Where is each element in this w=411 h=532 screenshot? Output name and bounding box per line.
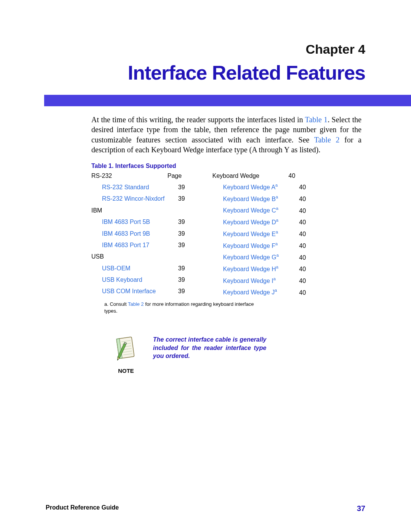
page: Chapter 4 Interface Related Features At … xyxy=(0,0,411,532)
table-row: Keyboard Wedge Ga 40 xyxy=(212,252,318,264)
table-row: Keyboard Wedge Aa 40 xyxy=(212,182,318,193)
page-number: 40 xyxy=(299,205,318,217)
table-row: IBM 4683 Port 17 39 xyxy=(91,240,197,251)
note-icon xyxy=(114,335,138,363)
table-row: RS-232 Wincor-Nixdorf 39 xyxy=(91,193,197,204)
page-number: 39 xyxy=(178,263,197,274)
link-kw-b[interactable]: Keyboard Wedge Ba xyxy=(212,193,299,205)
link-ibm-5b[interactable]: IBM 4683 Port 5B xyxy=(91,216,178,228)
page-number: 39 xyxy=(178,193,197,204)
link-kw-a[interactable]: Keyboard Wedge Aa xyxy=(212,182,299,193)
table-row: Keyboard Wedge Ea 40 xyxy=(212,228,318,240)
page-number: 40 xyxy=(288,170,307,182)
page-footer: Product Reference Guide 37 xyxy=(46,504,365,513)
note-text: The correct interface cable is generally… xyxy=(153,335,266,360)
link-kw-e[interactable]: Keyboard Wedge Ea xyxy=(212,228,299,240)
header-rule xyxy=(42,95,411,106)
table-row: Keyboard Wedge Ha 40 xyxy=(212,264,318,275)
link-kw-j[interactable]: Keyboard Wedge Ja xyxy=(212,287,299,299)
page-number: 40 xyxy=(299,217,318,228)
svg-marker-9 xyxy=(116,357,120,361)
table-left-column: RS-232 Page RS-232 Standard 39 RS-232 Wi… xyxy=(91,170,197,299)
column-header-page: Page xyxy=(167,170,186,182)
table-row: Keyboard Wedge 40 xyxy=(212,170,318,182)
table-right-column: Keyboard Wedge 40 Keyboard Wedge Aa 40 K… xyxy=(212,170,318,299)
page-number: 40 xyxy=(299,228,318,240)
link-rs232-wincor[interactable]: RS-232 Wincor-Nixdorf xyxy=(91,193,178,204)
footer-page-number: 37 xyxy=(357,504,365,513)
note-label: NOTE xyxy=(114,367,138,374)
link-kw-h[interactable]: Keyboard Wedge Ha xyxy=(212,264,299,275)
link-kw-g[interactable]: Keyboard Wedge Ga xyxy=(212,252,299,264)
intro-text: At the time of this writing, the reader … xyxy=(91,115,305,124)
link-kw-f[interactable]: Keyboard Wedge Fa xyxy=(212,240,299,252)
table-row: Keyboard Wedge Ia 40 xyxy=(212,275,318,287)
page-number: 40 xyxy=(299,275,318,287)
table-row: IBM xyxy=(91,205,197,216)
chapter-label: Chapter 4 xyxy=(46,42,365,57)
table-row: Keyboard Wedge Da 40 xyxy=(212,217,318,228)
intro-paragraph: At the time of this writing, the reader … xyxy=(46,115,365,155)
page-number: 40 xyxy=(299,264,318,275)
link-ibm-9b[interactable]: IBM 4683 Port 9B xyxy=(91,228,178,240)
link-table-1[interactable]: Table 1 xyxy=(305,115,328,124)
page-number: 39 xyxy=(178,240,197,251)
link-usb-oem[interactable]: USB-OEM xyxy=(91,263,178,274)
page-number: 40 xyxy=(299,182,318,193)
table-row: USB Keyboard 39 xyxy=(91,274,197,286)
table-row: RS-232 Standard 39 xyxy=(91,182,197,193)
page-number: 39 xyxy=(178,216,197,228)
table-row: Keyboard Wedge Fa 40 xyxy=(212,240,318,252)
table-row: USB xyxy=(91,251,197,262)
link-table-2-footnote[interactable]: Table 2 xyxy=(128,301,144,307)
link-kw-i[interactable]: Keyboard Wedge Ia xyxy=(212,275,299,287)
page-number: 40 xyxy=(299,287,318,299)
chapter-title: Interface Related Features xyxy=(46,61,365,84)
link-usb-keyboard[interactable]: USB Keyboard xyxy=(91,274,178,286)
table-row: USB COM Interface 39 xyxy=(91,286,197,297)
link-table-2[interactable]: Table 2 xyxy=(314,136,339,144)
link-usb-com[interactable]: USB COM Interface xyxy=(91,286,178,297)
page-number: 39 xyxy=(178,274,197,286)
page-number: 40 xyxy=(299,193,318,205)
table-row: RS-232 Page xyxy=(91,170,197,182)
group-keyboard-wedge: Keyboard Wedge xyxy=(212,170,288,182)
table-row: Keyboard Wedge Ba 40 xyxy=(212,193,318,205)
table-caption: Table 1. Interfaces Supported xyxy=(46,163,365,169)
table-footnote: a. Consult Table 2 for more information … xyxy=(46,301,365,314)
group-ibm[interactable]: IBM xyxy=(91,205,167,216)
interfaces-table: RS-232 Page RS-232 Standard 39 RS-232 Wi… xyxy=(46,170,365,299)
table-row: IBM 4683 Port 5B 39 xyxy=(91,216,197,228)
page-number: 40 xyxy=(299,240,318,252)
page-number: 39 xyxy=(178,182,197,193)
link-kw-d[interactable]: Keyboard Wedge Da xyxy=(212,217,299,228)
page-number: 39 xyxy=(178,286,197,297)
note-icon-wrap: NOTE xyxy=(114,335,138,374)
page-number: 39 xyxy=(178,228,197,240)
table-row: USB-OEM 39 xyxy=(91,263,197,274)
footer-doc-title: Product Reference Guide xyxy=(46,504,119,513)
table-row: Keyboard Wedge Ca 40 xyxy=(212,205,318,217)
group-usb[interactable]: USB xyxy=(91,251,167,262)
link-ibm-17[interactable]: IBM 4683 Port 17 xyxy=(91,240,178,251)
link-kw-c[interactable]: Keyboard Wedge Ca xyxy=(212,205,299,217)
link-rs232-standard[interactable]: RS-232 Standard xyxy=(91,182,178,193)
table-row: Keyboard Wedge Ja 40 xyxy=(212,287,318,299)
group-rs232[interactable]: RS-232 xyxy=(91,170,167,182)
table-row: IBM 4683 Port 9B 39 xyxy=(91,228,197,240)
note-block: NOTE The correct interface cable is gene… xyxy=(46,335,365,374)
footnote-text: a. Consult xyxy=(104,301,128,307)
page-number: 40 xyxy=(299,252,318,264)
